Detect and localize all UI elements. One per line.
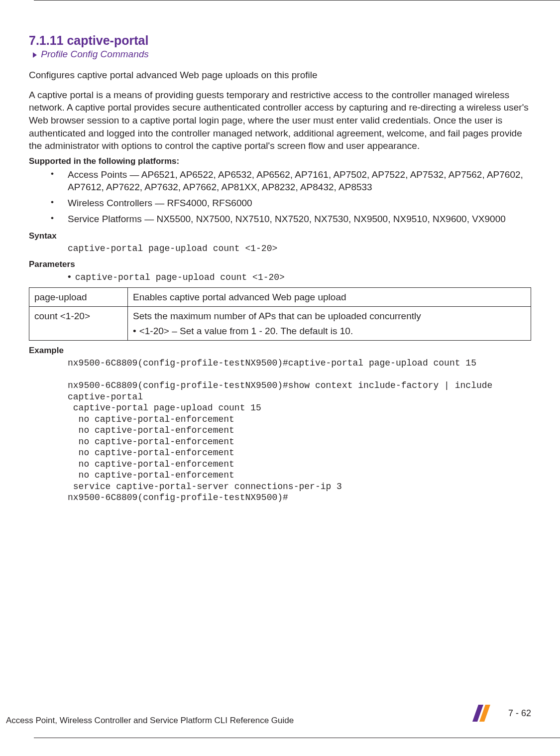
param-desc: Enables captive portal advanced Web page… (128, 287, 531, 306)
brand-slash-icon (470, 703, 491, 726)
parameters-table: page-upload Enables captive portal advan… (29, 287, 531, 341)
page-footer: Access Point, Wireless Controller and Se… (0, 703, 560, 734)
footer-right: 7 - 62 (470, 703, 531, 726)
bullet-dot: • (133, 326, 136, 336)
param-desc: Sets the maximum number of APs that can … (128, 307, 531, 341)
parameters-bullet: •captive-portal page-upload count <1-20> (68, 271, 531, 282)
list-item: Service Platforms — NX5500, NX7500, NX75… (29, 213, 531, 226)
section-title: 7.1.11 captive-portal (29, 33, 531, 48)
breadcrumb-arrow-icon (33, 52, 37, 58)
example-bold-line: captive-portal page-upload count 15 (73, 403, 261, 413)
list-item: Access Points — AP6521, AP6522, AP6532, … (29, 168, 531, 194)
breadcrumb-label: Profile Config Commands (41, 49, 148, 59)
example-heading: Example (29, 346, 531, 356)
breadcrumb[interactable]: Profile Config Commands (33, 49, 531, 60)
param-name: page-upload (29, 287, 128, 306)
bottom-rule (34, 738, 560, 738)
svg-marker-0 (33, 52, 37, 58)
supported-list: Access Points — AP6521, AP6522, AP6532, … (29, 168, 531, 226)
page-number: 7 - 62 (508, 708, 531, 718)
table-row: page-upload Enables captive portal advan… (29, 287, 531, 306)
syntax-code: captive-portal page-upload count <1-20> (68, 243, 531, 254)
intro-paragraph-1: Configures captive portal advanced Web p… (29, 69, 531, 82)
supported-heading: Supported in the following platforms: (29, 156, 531, 166)
list-item: Wireless Controllers — RFS4000, RFS6000 (29, 197, 531, 210)
parameters-bullet-code: captive-portal page-upload count <1-20> (75, 272, 285, 282)
page-content: 7.1.11 captive-portal Profile Config Com… (0, 2, 560, 504)
intro-paragraph-2: A captive portal is a means of providing… (29, 89, 531, 152)
param-desc-bullet: <1-20> – Set a value from 1 - 20. The de… (139, 326, 353, 336)
param-name: count <1-20> (29, 307, 128, 341)
example-post: no captive-portal-enforcement no captive… (68, 414, 342, 503)
param-desc-line: Sets the maximum number of APs that can … (133, 311, 421, 321)
syntax-heading: Syntax (29, 231, 531, 241)
footer-title: Access Point, Wireless Controller and Se… (6, 716, 294, 726)
example-code: nx9500-6C8809(config-profile-testNX9500)… (68, 358, 531, 504)
parameters-heading: Parameters (29, 259, 531, 269)
table-row: count <1-20> Sets the maximum number of … (29, 307, 531, 341)
